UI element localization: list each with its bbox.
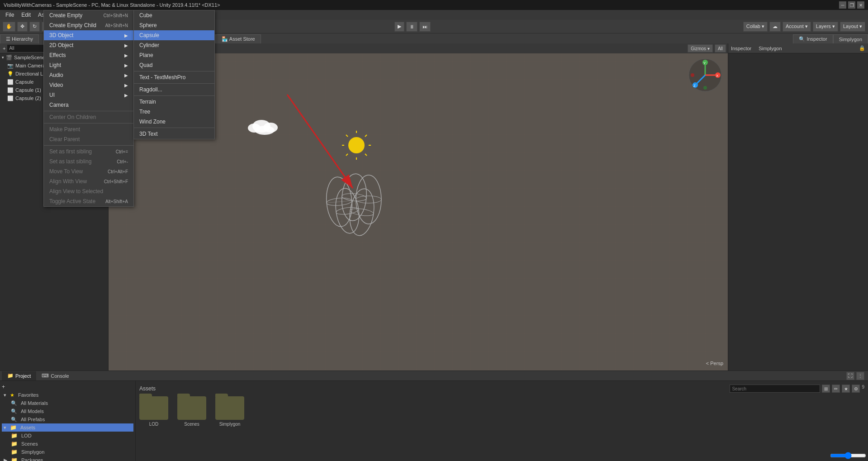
play-button[interactable]: ▶ [394, 22, 404, 32]
layout-dropdown[interactable]: Layout ▾ [840, 22, 865, 32]
ctx-capsule[interactable]: Capsule [134, 30, 214, 40]
ctx-cylinder[interactable]: Cylinder [134, 40, 214, 50]
ctx-camera[interactable]: Camera [44, 100, 133, 110]
light-label: Light [49, 62, 61, 68]
assets-header[interactable]: ▾ 📁 Assets [2, 423, 133, 432]
toolbar-rotate-tool[interactable]: ↻ [29, 22, 40, 32]
tree-label: Tree [139, 109, 150, 115]
asset-size-slider[interactable] [830, 452, 866, 459]
minimize-button[interactable]: ─ [839, 1, 846, 9]
close-button[interactable]: ✕ [857, 1, 864, 9]
ctx-cube[interactable]: Cube [134, 10, 214, 20]
hierarchy-add-btn[interactable]: + [3, 46, 5, 51]
title-text: VisibilityWithCameras - SampleScene - PC… [4, 2, 220, 8]
persp-label: < Persp [706, 361, 723, 366]
asset-filter-btn2[interactable]: ✏ [832, 385, 840, 393]
svg-point-13 [255, 126, 275, 135]
packages-header[interactable]: ▶ 📁 Packages [2, 456, 133, 461]
toolbar-move-tool[interactable]: ✥ [17, 22, 28, 32]
light-arrow: ▶ [117, 63, 128, 68]
ctx-textmeshpro[interactable]: Text - TextMeshPro [134, 72, 214, 82]
ctx-terrain[interactable]: Terrain [134, 97, 214, 107]
assets-lod-item[interactable]: 📁 LOD [2, 432, 133, 440]
collab-dropdown[interactable]: Collab ▾ [743, 22, 768, 32]
fav-all-materials[interactable]: 🔍 All Materials [2, 399, 133, 407]
toolbar-hand-tool[interactable]: ✋ [3, 22, 15, 32]
title-bar: VisibilityWithCameras - SampleScene - PC… [0, 0, 868, 10]
capsule-label: Capsule [139, 32, 159, 38]
asset-simplygon-folder[interactable]: Simplygon [215, 396, 244, 427]
asset-search-input[interactable] [730, 385, 820, 393]
ctx-clear-parent: Clear Parent [44, 134, 133, 144]
ctx-plane[interactable]: Plane [134, 50, 214, 60]
bottom-expand-btn[interactable]: ⛶ [846, 372, 854, 380]
tab-hierarchy[interactable]: ☰ Hierarchy [0, 34, 39, 43]
step-button[interactable]: ⏭ [419, 22, 431, 32]
favorites-header[interactable]: ▾ ★ Favorites [2, 391, 133, 399]
ctx-sep-3dobj-2 [134, 83, 214, 84]
ctx-create-empty-child[interactable]: Create Empty Child Alt+Shift+N [44, 20, 133, 30]
ctx-video[interactable]: Video ▶ [44, 80, 133, 90]
ctx-3dtext[interactable]: 3D Text [134, 129, 214, 139]
menu-edit[interactable]: Edit [18, 10, 34, 20]
ctx-sphere[interactable]: Sphere [134, 20, 214, 30]
tab-inspector[interactable]: 🔍 Inspector [793, 34, 833, 43]
asset-lod-folder[interactable]: LOD [139, 396, 168, 427]
tab-project[interactable]: 📁 Project [2, 371, 36, 380]
tab-simplygon[interactable]: Simplygon [833, 34, 868, 43]
project-icon: 📁 [7, 373, 14, 379]
ctx-sep-3 [44, 145, 133, 146]
align-with-view-label: Align With View [49, 178, 87, 185]
lod-folder-icon: 📁 [11, 432, 18, 439]
cloud-button[interactable]: ☁ [769, 22, 781, 32]
ctx-sep-2 [44, 123, 133, 124]
ctx-quad[interactable]: Quad [134, 60, 214, 70]
maximize-button[interactable]: ❒ [848, 1, 855, 9]
tab-console[interactable]: ⌨ Console [36, 371, 74, 380]
project-add-btn[interactable]: + [2, 384, 5, 390]
asset-scenes-folder[interactable]: Scenes [177, 396, 206, 427]
scene-icon: 🎬 [6, 55, 12, 61]
ctx-audio[interactable]: Audio ▶ [44, 70, 133, 80]
create-empty-child-label: Create Empty Child [49, 22, 96, 29]
ctx-2dobject[interactable]: 2D Object ▶ [44, 40, 133, 50]
assets-folder-icon: 📁 [10, 424, 17, 431]
hierarchy-scene-label: SampleScene [14, 55, 45, 60]
asset-filter-btn3[interactable]: ★ [842, 385, 850, 393]
project-sidebar: + ▾ ★ Favorites 🔍 All Materials 🔍 All Mo… [0, 381, 136, 461]
menu-file[interactable]: File [2, 10, 18, 20]
ctx-create-empty[interactable]: Create Empty Ctrl+Shift+N [44, 10, 133, 20]
assets-simplygon-item[interactable]: 📁 Simplygon [2, 448, 133, 456]
ctx-3dobject[interactable]: 3D Object ▶ [44, 30, 133, 40]
simplygon-folder-shape [215, 396, 244, 420]
capsule2-icon: ⬜ [7, 87, 14, 93]
layers-dropdown[interactable]: Layers ▾ [813, 22, 838, 32]
account-dropdown[interactable]: Account ▾ [783, 22, 811, 32]
ctx-effects[interactable]: Effects ▶ [44, 50, 133, 60]
assets-arrow: ▾ [4, 425, 6, 431]
tab-asset-store[interactable]: 🏪 Asset Store [216, 34, 261, 43]
toolbar-right: Collab ▾ ☁ Account ▾ Layers ▾ Layout ▾ [743, 22, 865, 32]
capsule3-icon: ⬜ [7, 95, 14, 101]
fav-all-prefabs[interactable]: 🔍 All Prefabs [2, 415, 133, 423]
assets-scenes-item[interactable]: 📁 Scenes [2, 440, 133, 448]
ctx-tree[interactable]: Tree [134, 107, 214, 117]
bottom-menu-btn[interactable]: ⋮ [856, 372, 864, 380]
effects-arrow: ▶ [117, 53, 128, 58]
pause-button[interactable]: ⏸ [406, 22, 417, 32]
ctx-light[interactable]: Light ▶ [44, 60, 133, 70]
packages-arrow: ▶ [4, 457, 7, 461]
ctx-wind-zone[interactable]: Wind Zone [134, 117, 214, 127]
all-btn[interactable]: All [715, 44, 726, 52]
inspector-title: Inspector [731, 46, 751, 51]
asset-filter-btn4[interactable]: ⚙ [852, 385, 860, 393]
ctx-sep-3dobj-3 [134, 95, 214, 96]
ctx-ragdoll[interactable]: Ragdoll... [134, 85, 214, 95]
gizmos-btn[interactable]: Gizmos ▾ [688, 44, 713, 52]
inspector-lock-icon[interactable]: 🔒 [859, 45, 865, 51]
asset-filter-btn1[interactable]: ⊞ [822, 385, 830, 393]
align-view-to-selected-label: Align View to Selected [49, 188, 103, 195]
packages-folder-icon: 📁 [11, 457, 18, 461]
ctx-ui[interactable]: UI ▶ [44, 90, 133, 100]
fav-all-models[interactable]: 🔍 All Models [2, 407, 133, 415]
